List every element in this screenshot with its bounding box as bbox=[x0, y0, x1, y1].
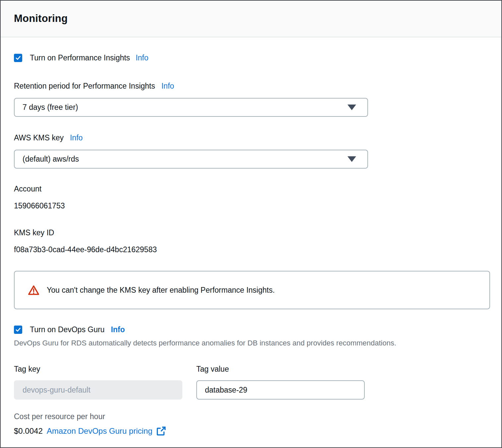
warning-triangle-icon bbox=[28, 285, 39, 295]
kms-warning-text: You can't change the KMS key after enabl… bbox=[47, 286, 275, 295]
kms-key-info-link[interactable]: Info bbox=[70, 133, 83, 142]
kms-key-select[interactable]: (default) aws/rds bbox=[14, 150, 368, 169]
kms-key-label: AWS KMS keyInfo bbox=[14, 133, 489, 142]
tag-value-label: Tag value bbox=[196, 365, 365, 374]
devops-guru-checkbox[interactable] bbox=[14, 326, 22, 334]
account-label: Account bbox=[14, 185, 489, 193]
tag-fields-row: Tag key Tag value bbox=[14, 365, 489, 400]
tag-value-column: Tag value bbox=[196, 365, 365, 400]
devops-guru-pricing-link[interactable]: Amazon DevOps Guru pricing bbox=[47, 426, 166, 436]
external-link-icon bbox=[157, 426, 166, 436]
chevron-down-icon bbox=[347, 156, 356, 162]
tag-key-column: Tag key bbox=[14, 365, 182, 400]
kms-key-selected-value: (default) aws/rds bbox=[23, 155, 347, 164]
devops-guru-info-link[interactable]: Info bbox=[111, 325, 125, 334]
retention-period-label: Retention period for Performance Insight… bbox=[14, 82, 489, 91]
kms-key-label-text: AWS KMS key bbox=[14, 133, 64, 142]
devops-guru-pricing-link-text: Amazon DevOps Guru pricing bbox=[47, 426, 153, 436]
performance-insights-checkbox[interactable] bbox=[14, 54, 22, 62]
checkmark-icon bbox=[15, 55, 21, 61]
retention-period-selected-value: 7 days (free tier) bbox=[23, 103, 347, 112]
devops-guru-row: Turn on DevOps Guru Info bbox=[14, 325, 489, 334]
devops-guru-description: DevOps Guru for RDS automatically detect… bbox=[14, 339, 489, 347]
devops-guru-label: Turn on DevOps Guru bbox=[30, 325, 104, 334]
cost-per-resource-label: Cost per resource per hour bbox=[14, 412, 489, 421]
cost-value: $0.0042 bbox=[14, 426, 43, 436]
performance-insights-row: Turn on Performance Insights Info bbox=[14, 53, 489, 62]
tag-key-input bbox=[14, 380, 182, 400]
page-title: Monitoring bbox=[14, 13, 68, 25]
cost-row: $0.0042 Amazon DevOps Guru pricing bbox=[14, 426, 489, 436]
tag-value-input[interactable] bbox=[196, 380, 365, 400]
retention-period-info-link[interactable]: Info bbox=[161, 82, 174, 90]
monitoring-panel: Monitoring Turn on Performance Insights … bbox=[0, 0, 502, 448]
retention-period-label-text: Retention period for Performance Insight… bbox=[14, 82, 155, 90]
kms-key-id-value: f08a73b3-0cad-44ee-96de-d4bc21629583 bbox=[14, 245, 489, 254]
checkmark-icon bbox=[15, 327, 21, 333]
kms-key-id-label: KMS key ID bbox=[14, 228, 489, 237]
tag-key-label: Tag key bbox=[14, 365, 182, 374]
account-value: 159066061753 bbox=[14, 201, 489, 210]
kms-warning-alert: You can't change the KMS key after enabl… bbox=[14, 271, 490, 309]
retention-period-select[interactable]: 7 days (free tier) bbox=[14, 98, 368, 117]
panel-content: Turn on Performance Insights Info Retent… bbox=[1, 53, 501, 436]
performance-insights-label: Turn on Performance Insights bbox=[30, 53, 130, 62]
performance-insights-info-link[interactable]: Info bbox=[136, 53, 148, 62]
panel-header: Monitoring bbox=[1, 1, 501, 37]
chevron-down-icon bbox=[347, 105, 356, 110]
